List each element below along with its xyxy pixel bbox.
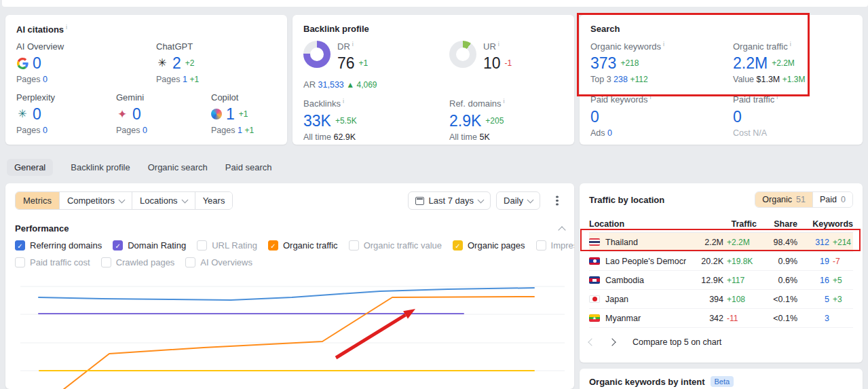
organic-keywords-block: Organic keywords 373+218 Top 3 238 +112 — [590, 41, 733, 86]
tab-organic-search[interactable]: Organic search — [148, 162, 208, 172]
ref-domains-value[interactable]: 2.9K — [449, 111, 481, 130]
ai-citations-count: 0 — [132, 105, 141, 124]
traffic-value: 2.2M — [692, 238, 723, 247]
keywords-value[interactable]: 19 — [803, 257, 829, 266]
metrics-segment[interactable]: Metrics — [16, 192, 59, 209]
pages-value[interactable]: 0 — [143, 126, 147, 135]
granularity-label: Daily — [504, 196, 523, 206]
locations-segment[interactable]: Locations — [132, 192, 195, 209]
ai-source-label: AI Overview — [16, 41, 156, 52]
date-range-button[interactable]: Last 7 days — [408, 191, 491, 210]
ar-delta: ▲ 4,069 — [346, 80, 377, 90]
keywords-by-intent-title: Organic keywords by intent — [589, 377, 705, 387]
myanmar-flag-icon — [589, 314, 600, 322]
paid-traffic-value[interactable]: 0 — [733, 107, 742, 126]
ai-citations-count: 2 — [172, 54, 181, 73]
backlinks-value[interactable]: 33K — [303, 111, 331, 130]
table-row-thailand[interactable]: Thailand 2.2M+2.2M 98.4% 312+214 — [589, 233, 853, 252]
laos-flag-icon — [589, 257, 600, 265]
view-segmented-control: Metrics Competitors Locations Years — [15, 191, 233, 210]
column-location[interactable]: Location — [589, 219, 686, 229]
ar-label: AR — [303, 79, 316, 90]
share-value: 98.4% — [762, 238, 797, 247]
paid-keywords-block: Paid keywords 0 Ads 0 — [590, 94, 733, 138]
paid-toggle[interactable]: Paid0 — [812, 192, 852, 207]
more-options-button[interactable] — [550, 192, 565, 210]
ai-citations-delta: +1 — [239, 109, 248, 119]
ur-donut-chart — [449, 41, 476, 68]
traffic-value: 12.9K — [692, 276, 723, 285]
ai-citation-copilot: Copilot 1 +1 Pages 1 +1 — [211, 92, 254, 136]
years-segment[interactable]: Years — [195, 192, 233, 209]
organic-keywords-value[interactable]: 373 — [590, 54, 616, 73]
keywords-delta: +3 — [833, 295, 853, 304]
column-traffic[interactable]: Traffic — [692, 219, 757, 229]
date-range-label: Last 7 days — [429, 196, 474, 206]
column-keywords[interactable]: Keywords — [803, 219, 853, 229]
tab-paid-search[interactable]: Paid search — [225, 162, 272, 172]
compare-top5-link[interactable]: Compare top 5 on chart — [633, 337, 721, 347]
ur-value: 10 — [483, 54, 501, 73]
ar-value[interactable]: 31,533 — [318, 80, 344, 90]
pages-value[interactable]: 0 — [43, 126, 48, 135]
next-page-icon[interactable] — [608, 338, 616, 346]
metric-checkbox-organic-traffic[interactable]: ✓Organic traffic — [268, 240, 338, 251]
metric-checkbox-referring-domains[interactable]: ✓Referring domains — [15, 240, 102, 251]
ur-block: UR 10-1 — [449, 41, 563, 90]
keywords-value[interactable]: 16 — [803, 276, 829, 285]
competitors-segment[interactable]: Competitors — [59, 192, 132, 209]
checkbox-icon — [536, 240, 546, 251]
keywords-value[interactable]: 3 — [803, 314, 829, 323]
pages-value[interactable]: 1 — [238, 126, 242, 135]
table-row-myanmar[interactable]: Myanmar 342-11 <0.1% 3 — [589, 309, 853, 328]
value-label: Value — [733, 75, 754, 84]
value-amount: $1.3M — [757, 75, 780, 84]
metric-checkbox-organic-traffic-value[interactable]: Organic traffic value — [349, 240, 442, 251]
ai-citation-ai-overview: AI Overview 0 Pages 0 — [16, 41, 156, 86]
thailand-flag-icon — [589, 238, 600, 246]
keywords-delta — [833, 314, 853, 323]
keywords-delta: +5 — [833, 276, 853, 285]
locations-label: Locations — [140, 196, 178, 206]
checkbox-icon: ✓ — [113, 240, 123, 251]
keywords-value[interactable]: 5 — [803, 295, 829, 304]
prev-page-icon[interactable] — [588, 338, 595, 346]
column-share[interactable]: Share — [762, 219, 797, 229]
keywords-delta: +214 — [833, 238, 853, 247]
pages-delta: +1 — [189, 75, 199, 84]
date-controls: Last 7 days Daily — [408, 191, 565, 210]
granularity-button[interactable]: Daily — [496, 191, 540, 210]
organic-traffic-block: Organic traffic 2.2M+2.2M Value $1.3M +1… — [733, 41, 852, 86]
pages-label: Pages — [16, 126, 40, 135]
top-strip — [2, 0, 868, 7]
keywords-value[interactable]: 312 — [803, 238, 829, 247]
performance-title: Performance — [15, 223, 69, 234]
table-pager: Compare top 5 on chart — [589, 337, 853, 347]
pages-value[interactable]: 1 — [183, 75, 187, 84]
paid-keywords-value[interactable]: 0 — [590, 107, 599, 126]
checkbox-icon: ✓ — [268, 240, 278, 251]
alltime-label: All time — [303, 132, 331, 142]
ur-label: UR — [483, 41, 512, 52]
dr-value: 76 — [337, 54, 355, 73]
organic-traffic-value[interactable]: 2.2M — [733, 54, 768, 73]
paid-keywords-label: Paid keywords — [590, 94, 733, 105]
metric-checkbox-impressions[interactable]: Impressions — [536, 240, 574, 251]
dr-block: DR 76+1 AR 31,533 ▲ 4,069 — [303, 41, 449, 90]
table-row-cambodia[interactable]: Cambodia 12.9K+117 0.6% 16+5 — [589, 271, 853, 290]
pages-value[interactable]: 0 — [43, 75, 48, 84]
metric-checkbox-domain-rating[interactable]: ✓Domain Rating — [113, 240, 186, 251]
tab-backlink-profile[interactable]: Backlink profile — [71, 162, 130, 172]
ref-domains-block: Ref. domains 2.9K+205 All time 5K — [449, 98, 563, 143]
tab-general[interactable]: General — [7, 159, 53, 176]
top3-value[interactable]: 238 — [614, 75, 628, 84]
metric-checkbox-organic-pages[interactable]: ✓Organic pages — [453, 240, 525, 251]
table-row-japan[interactable]: Japan 394+108 <0.1% 5+3 — [589, 290, 853, 309]
metric-label: Impressions — [551, 240, 574, 251]
collapse-chevron-icon[interactable] — [558, 226, 565, 234]
table-row-laos[interactable]: Lao People's Democratic Reput 20.2K+19.8… — [589, 252, 853, 271]
organic-toggle[interactable]: Organic51 — [755, 192, 812, 207]
ads-value[interactable]: 0 — [607, 128, 612, 138]
metric-checkbox-url-rating[interactable]: URL Rating — [197, 240, 257, 251]
gemini-icon: ✦ — [116, 108, 128, 120]
